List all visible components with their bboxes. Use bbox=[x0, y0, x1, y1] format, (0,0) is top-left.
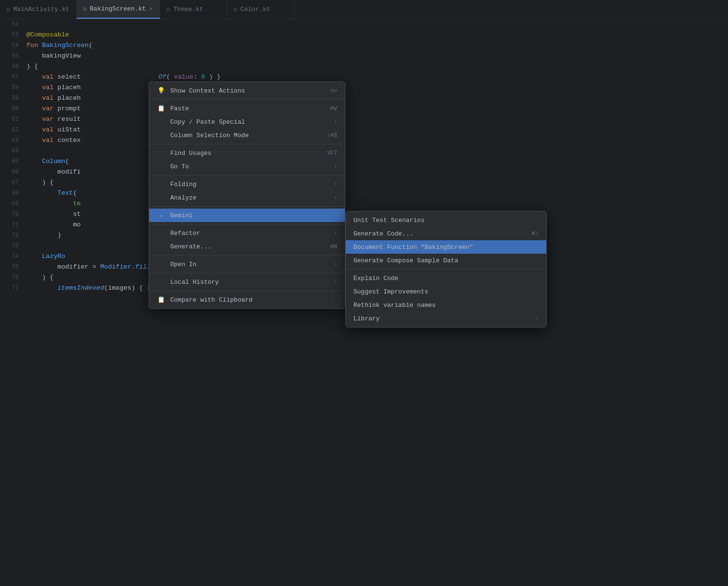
menu-item-folding[interactable]: Folding › bbox=[149, 177, 345, 191]
lightbulb-icon: 💡 bbox=[157, 87, 165, 94]
submenu-divider-1 bbox=[346, 269, 546, 270]
tab-bar: ◻ MainActivity.kt ◻ BakingScreen.kt ✕ ◻ … bbox=[0, 0, 728, 19]
menu-item-compare-clipboard[interactable]: 📋 Compare with Clipboard bbox=[149, 293, 345, 306]
menu-item-analyze[interactable]: Analyze › bbox=[149, 191, 345, 204]
submenu-label-generate-code: Generate Code... bbox=[353, 230, 527, 237]
arrow-icon-refactor: › bbox=[334, 230, 337, 236]
paste-icon: 📋 bbox=[157, 105, 165, 112]
tab-icon-baking-screen: ◻ bbox=[83, 6, 87, 12]
code-line-54: 54 fun BakingScreen( bbox=[0, 40, 728, 51]
menu-divider-3 bbox=[149, 175, 345, 176]
code-line-64: 64 bbox=[0, 146, 728, 156]
arrow-icon-analyze: › bbox=[334, 195, 337, 200]
submenu-item-suggest-improvements[interactable]: Suggest Improvements bbox=[346, 285, 546, 298]
code-line-65: 65 Column( bbox=[0, 156, 728, 167]
submenu-item-rethink-variables[interactable]: Rethink variable names bbox=[346, 298, 546, 312]
menu-shortcut-generate: ⌘N bbox=[330, 243, 337, 250]
menu-item-find-usages[interactable]: Find Usages ⌥F7 bbox=[149, 146, 345, 160]
submenu-item-generate-code[interactable]: Generate Code... ⌘\ bbox=[346, 227, 546, 240]
menu-label-copy-paste-special: Copy / Paste Special bbox=[170, 118, 326, 126]
tab-label-color: Color.kt bbox=[240, 6, 270, 13]
tab-icon-color: ◻ bbox=[234, 6, 237, 12]
menu-label-find-usages: Find Usages bbox=[170, 150, 322, 157]
menu-divider-4 bbox=[149, 206, 345, 207]
arrow-icon-open-in: › bbox=[334, 261, 337, 267]
tab-baking-screen[interactable]: ◻ BakingScreen.kt ✕ bbox=[77, 0, 160, 19]
code-line-56: 56 ) { bbox=[0, 61, 728, 72]
submenu-item-explain-code[interactable]: Explain Code bbox=[346, 271, 546, 285]
menu-divider-5 bbox=[149, 224, 345, 224]
menu-label-generate: Generate... bbox=[170, 243, 326, 250]
code-line-60: 60 var prompt f(placeholderPrompt) } bbox=[0, 104, 728, 114]
menu-shortcut-find-usages: ⌥F7 bbox=[327, 150, 337, 157]
tab-main-activity[interactable]: ◻ MainActivity.kt bbox=[0, 0, 77, 19]
arrow-icon-copy-paste: › bbox=[334, 119, 337, 125]
code-line-58: 58 val placeh tableStateOf( value: "Prov… bbox=[0, 82, 728, 93]
submenu-shortcut-generate-code: ⌘\ bbox=[532, 230, 539, 237]
tab-icon-main-activity: ◻ bbox=[7, 6, 10, 12]
menu-label-paste: Paste bbox=[170, 105, 326, 112]
code-line-57: 57 val select Of( value: 0 ) } bbox=[0, 72, 728, 82]
menu-label-local-history: Local History bbox=[170, 279, 326, 286]
submenu-label-library: Library bbox=[353, 315, 528, 322]
menu-item-show-context-actions[interactable]: 💡 Show Context Actions ⌥↩ bbox=[149, 84, 345, 97]
context-menu: 💡 Show Context Actions ⌥↩ 📋 Paste ⌘V Cop… bbox=[149, 82, 345, 309]
code-line-59: 59 val placeh g.results_placeholder) bbox=[0, 93, 728, 104]
menu-item-open-in[interactable]: Open In › bbox=[149, 258, 345, 271]
arrow-icon-local-history: › bbox=[334, 279, 337, 285]
menu-item-column-selection[interactable]: Column Selection Mode ⇧⌘8 bbox=[149, 129, 345, 142]
menu-divider-7 bbox=[149, 273, 345, 273]
tab-theme[interactable]: ◻ Theme.kt bbox=[160, 0, 227, 19]
menu-label-analyze: Analyze bbox=[170, 194, 326, 201]
compare-clipboard-icon: 📋 bbox=[157, 296, 165, 304]
menu-divider-8 bbox=[149, 291, 345, 291]
tab-close-baking-screen[interactable]: ✕ bbox=[149, 5, 153, 12]
menu-label-refactor: Refactor bbox=[170, 230, 326, 237]
gemini-star-icon: ✦ bbox=[157, 211, 165, 220]
submenu-item-document-function[interactable]: Document Function "BakingScreen" bbox=[346, 240, 546, 254]
arrow-icon-go-to: › bbox=[334, 164, 337, 169]
tab-label-main-activity: MainActivity.kt bbox=[13, 6, 70, 13]
code-line-63: 63 val contex bbox=[0, 135, 728, 146]
code-line-69: 69 te bbox=[0, 199, 728, 209]
tab-label-theme: Theme.kt bbox=[173, 6, 203, 13]
menu-label-folding: Folding bbox=[170, 181, 326, 188]
arrow-icon-library: › bbox=[535, 316, 539, 321]
tab-label-baking-screen: BakingScreen.kt bbox=[90, 5, 146, 12]
submenu-label-document-function: Document Function "BakingScreen" bbox=[353, 244, 539, 251]
menu-item-go-to[interactable]: Go To › bbox=[149, 160, 345, 173]
menu-divider-6 bbox=[149, 255, 345, 256]
code-line-52: 52 bbox=[0, 19, 728, 30]
menu-item-local-history[interactable]: Local History › bbox=[149, 275, 345, 289]
menu-divider-1 bbox=[149, 99, 345, 100]
tab-color[interactable]: ◻ Color.kt bbox=[227, 0, 294, 19]
menu-item-generate[interactable]: Generate... ⌘N bbox=[149, 240, 345, 253]
menu-divider-2 bbox=[149, 144, 345, 144]
menu-label-compare-clipboard: Compare with Clipboard bbox=[170, 296, 337, 304]
code-line-62: 62 val uiStat AsState() bbox=[0, 125, 728, 135]
submenu-item-generate-compose[interactable]: Generate Compose Sample Data bbox=[346, 254, 546, 267]
menu-shortcut-column-selection: ⇧⌘8 bbox=[327, 132, 337, 139]
code-line-68: 68 Text( bbox=[0, 188, 728, 199]
arrow-icon-folding: › bbox=[334, 181, 337, 187]
submenu-item-unit-test[interactable]: Unit Test Scenarios bbox=[346, 213, 546, 227]
menu-shortcut-paste: ⌘V bbox=[330, 105, 337, 112]
menu-item-refactor[interactable]: Refactor › bbox=[149, 226, 345, 240]
submenu-label-generate-compose: Generate Compose Sample Data bbox=[353, 257, 539, 264]
submenu-item-library[interactable]: Library › bbox=[346, 312, 546, 325]
menu-item-paste[interactable]: 📋 Paste ⌘V bbox=[149, 102, 345, 115]
code-line-53: 53 @Composable bbox=[0, 30, 728, 40]
menu-label-show-context-actions: Show Context Actions bbox=[170, 87, 326, 94]
code-line-66: 66 modifi bbox=[0, 167, 728, 177]
menu-item-copy-paste-special[interactable]: Copy / Paste Special › bbox=[149, 115, 345, 129]
menu-label-gemini: Gemini bbox=[170, 212, 326, 219]
menu-label-go-to: Go To bbox=[170, 163, 326, 170]
code-editor: 52 53 @Composable 54 fun BakingScreen( 5… bbox=[0, 19, 728, 586]
menu-item-gemini[interactable]: ✦ Gemini › bbox=[149, 209, 345, 222]
code-line-67: 67 ) { bbox=[0, 177, 728, 188]
submenu-label-unit-test: Unit Test Scenarios bbox=[353, 217, 539, 224]
menu-label-open-in: Open In bbox=[170, 261, 326, 268]
gemini-submenu: Unit Test Scenarios Generate Code... ⌘\ … bbox=[345, 211, 547, 328]
submenu-label-suggest-improvements: Suggest Improvements bbox=[353, 288, 539, 295]
tab-icon-theme: ◻ bbox=[167, 6, 170, 12]
